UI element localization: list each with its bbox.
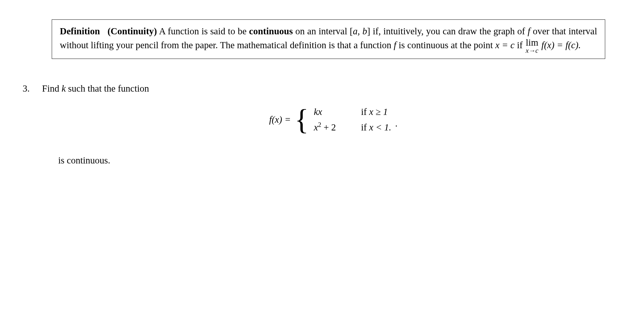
definition-text: is continuous at the point xyxy=(399,40,495,50)
problem-item: 3. Find k such that the function f(x) = … xyxy=(23,82,625,167)
case-expression: x2 + 2 xyxy=(314,120,349,134)
fx-eq-fc: f(x) = f(c). xyxy=(542,40,581,50)
definition-title: (Continuity) xyxy=(107,26,157,36)
limit-expression: lim x→c xyxy=(526,38,538,54)
lim-subscript: x→c xyxy=(526,47,538,54)
piecewise-function: f(x) = { kx if x ≥ 1 x2 + 2 if x xyxy=(42,105,625,134)
f-symbol: f xyxy=(528,26,530,36)
case-if: if xyxy=(361,106,369,117)
case-math: x < 1. xyxy=(369,122,392,132)
problem-body: Find k such that the function f(x) = { k… xyxy=(42,82,625,167)
case-if: if xyxy=(361,122,369,132)
definition-text: on an interval xyxy=(295,26,349,36)
exponent: 2 xyxy=(318,121,321,128)
x-eq-c: x = c xyxy=(495,40,515,50)
plus-two: + 2 xyxy=(321,122,336,132)
interval-left: [ xyxy=(350,26,353,36)
definition-text: if, intuitively, you can draw the graph … xyxy=(373,26,528,36)
case-row: kx if x ≥ 1 xyxy=(314,105,392,118)
problem-intro: such that the function xyxy=(68,83,149,94)
definition-text: if xyxy=(517,40,525,50)
cases-block: kx if x ≥ 1 x2 + 2 if x < 1. xyxy=(314,105,392,134)
x-var: x xyxy=(314,122,318,132)
definition-text: A function is said to be xyxy=(159,26,249,36)
lim-label: lim xyxy=(526,38,538,47)
trailing-period: . xyxy=(395,117,397,130)
definition-label: Definition xyxy=(60,26,100,36)
k-symbol: k xyxy=(61,83,66,94)
left-brace: { xyxy=(295,109,308,130)
case-row: x2 + 2 if x < 1. xyxy=(314,120,392,134)
definition-box: Definition (Continuity) A function is sa… xyxy=(52,19,605,59)
case-expression: kx xyxy=(314,105,349,118)
interval-right: ] xyxy=(367,26,370,36)
problem-intro: Find xyxy=(42,83,61,94)
case-math: x ≥ 1 xyxy=(369,106,388,117)
case-condition: if x < 1. xyxy=(361,120,392,134)
f-symbol: f xyxy=(394,40,396,50)
continuous-word: continuous xyxy=(249,26,293,36)
fx-label: f(x) = xyxy=(269,113,291,126)
case-condition: if x ≥ 1 xyxy=(361,105,388,118)
interval-vars: a, b xyxy=(353,26,367,36)
problem-closing: is continuous. xyxy=(58,153,625,167)
problem-number: 3. xyxy=(23,82,39,95)
